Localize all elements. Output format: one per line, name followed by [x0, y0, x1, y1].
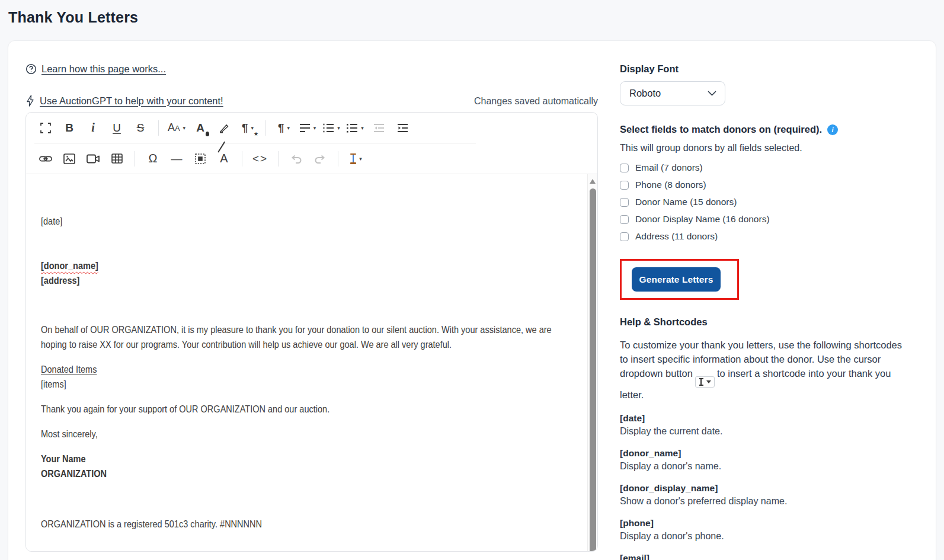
shortcode-donor-display-name: [donor_display_name] Show a donor's pref…: [620, 483, 916, 507]
blank-line: [41, 417, 562, 427]
match-fields-subtext: This will group donors by all fields sel…: [620, 143, 916, 153]
insert-image-button[interactable]: [58, 148, 81, 170]
indent-button[interactable]: [391, 117, 414, 139]
video-icon: [87, 154, 100, 164]
editor-scrollbar[interactable]: [587, 174, 597, 552]
redo-button: [309, 148, 331, 170]
bold-button[interactable]: B: [58, 117, 81, 139]
letter-donated-items-heading: Donated Items: [41, 362, 562, 377]
letter-date-line: [date]: [41, 214, 562, 229]
letter-footer: ORGANIZATION is a registered 501c3 chari…: [41, 517, 562, 532]
shortcode-desc: Show a donor's preferred display name.: [620, 496, 916, 507]
insert-shortcode-button[interactable]: ▾: [345, 148, 367, 170]
paragraph-style-button[interactable]: ¶★ ▾: [236, 117, 259, 139]
divider: [158, 120, 159, 136]
paragraph-format-button[interactable]: ¶ ▾: [273, 117, 295, 139]
divider: [135, 151, 135, 167]
undo-icon: [290, 154, 302, 164]
shortcode-email: [email] Display a donor's email address.: [620, 553, 916, 560]
shortcode-code: [donor_display_name]: [620, 483, 916, 494]
display-font-select[interactable]: Roboto: [620, 81, 725, 105]
strikethrough-icon: S: [137, 121, 145, 135]
toolbar-row-2: Ω — A <>: [26, 143, 597, 174]
select-all-button[interactable]: [189, 148, 212, 170]
align-button[interactable]: ▾: [296, 117, 319, 139]
help-shortcodes-heading: Help & Shortcodes: [620, 316, 916, 328]
autosave-status: Changes saved automatically: [474, 96, 598, 107]
font-size-button[interactable]: AA ▾: [165, 117, 188, 139]
scroll-up-button[interactable]: [590, 179, 596, 184]
omega-icon: Ω: [149, 152, 158, 165]
checkbox-phone[interactable]: Phone (8 donors): [620, 180, 916, 190]
bold-icon: B: [65, 121, 73, 135]
italic-button[interactable]: i: [82, 117, 104, 139]
unordered-list-icon: [346, 123, 358, 133]
generate-letters-button[interactable]: Generate Letters: [632, 267, 721, 292]
scrollbar-thumb[interactable]: [590, 188, 596, 552]
blank-line: [41, 229, 562, 244]
checkbox-address[interactable]: Address (11 donors): [620, 231, 916, 242]
insert-table-button[interactable]: [105, 148, 128, 170]
redo-icon: [314, 154, 326, 164]
highlight-button[interactable]: [213, 117, 235, 139]
auctiongpt-label: Use AuctionGPT to help with your content…: [40, 95, 223, 107]
checkbox-label: Donor Name (15 donors): [635, 197, 737, 207]
ordered-list-button[interactable]: ▾: [320, 117, 343, 139]
letter-content[interactable]: [date] [donor_name] [address] On behalf …: [26, 174, 597, 532]
ink-drop-icon: [206, 132, 209, 136]
fullscreen-button[interactable]: [34, 117, 57, 139]
unordered-list-button[interactable]: ▾: [344, 117, 366, 139]
insert-video-button[interactable]: [82, 148, 104, 170]
caret-down-icon: ▾: [337, 125, 340, 131]
undo-button: [285, 148, 308, 170]
checkbox-email[interactable]: Email (7 donors): [620, 162, 916, 173]
ordered-list-icon: [322, 123, 334, 133]
help-paragraph: To customize your thank you letters, use…: [620, 338, 911, 402]
horizontal-line-icon: —: [171, 152, 183, 165]
display-font-label: Display Font: [620, 63, 916, 75]
align-left-icon: [299, 123, 311, 133]
match-field-list: Email (7 donors) Phone (8 donors) Donor …: [620, 162, 916, 242]
checkbox-label: Address (11 donors): [635, 231, 718, 242]
star-icon: ★: [254, 131, 258, 137]
fullscreen-icon: [40, 123, 51, 133]
special-characters-button[interactable]: Ω: [142, 148, 164, 170]
help-circle-icon: [25, 63, 37, 75]
shortcode-code: [phone]: [620, 518, 916, 529]
underline-button[interactable]: U: [105, 117, 128, 139]
outdent-icon: [373, 123, 385, 133]
letter-paragraph-1: On behalf of OUR ORGANIZATION, it is my …: [41, 322, 562, 352]
checkbox-box[interactable]: [620, 215, 629, 224]
font-color-button[interactable]: A: [189, 117, 212, 139]
outdent-button: [367, 117, 390, 139]
italic-icon: i: [91, 121, 95, 135]
blank-line: [41, 288, 562, 303]
checkbox-donor-name[interactable]: Donor Name (15 donors): [620, 197, 916, 207]
checkbox-box[interactable]: [620, 181, 629, 190]
blank-line: [41, 441, 562, 452]
clear-formatting-button[interactable]: A: [213, 148, 235, 170]
letter-signature-name: Your Name: [41, 452, 562, 466]
horizontal-line-button[interactable]: —: [165, 148, 188, 170]
learn-how-link[interactable]: Learn how this page works...: [25, 63, 166, 75]
divider: [278, 151, 279, 167]
code-view-button[interactable]: <>: [249, 148, 271, 170]
font-color-icon: A: [196, 121, 204, 135]
info-icon[interactable]: i: [827, 124, 838, 135]
caret-down-icon: ▾: [287, 125, 290, 131]
highlight-annotation: Generate Letters: [620, 259, 739, 300]
checkbox-donor-display-name[interactable]: Donor Display Name (16 donors): [620, 214, 916, 225]
auctiongpt-link[interactable]: Use AuctionGPT to help with your content…: [25, 95, 223, 107]
insert-link-button[interactable]: [34, 148, 57, 170]
checkbox-label: Email (7 donors): [635, 162, 703, 173]
strikethrough-button[interactable]: S: [129, 117, 152, 139]
shortcode-phone: [phone] Display a donor's phone.: [620, 518, 916, 542]
blank-line: [41, 244, 562, 258]
font-size-icon: AA: [168, 121, 180, 134]
checkbox-box[interactable]: [620, 232, 629, 241]
checkbox-box[interactable]: [620, 198, 629, 207]
checkbox-box[interactable]: [620, 164, 629, 172]
checkbox-label: Phone (8 donors): [635, 180, 706, 190]
code-icon: <>: [252, 152, 268, 165]
shortcode-donor-name: [donor_name] Display a donor's name.: [620, 448, 916, 472]
